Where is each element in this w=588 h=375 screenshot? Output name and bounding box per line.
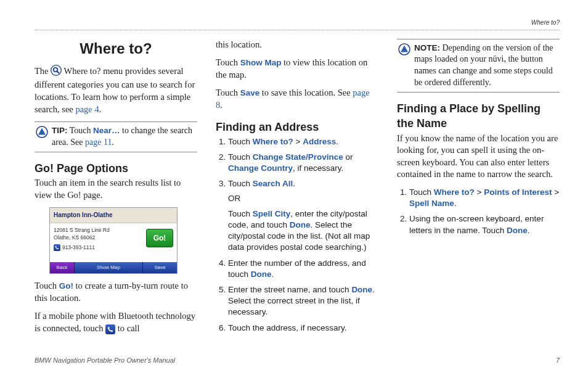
list-item: Enter the number of the address, and tou… bbox=[228, 258, 378, 280]
text: Touch bbox=[409, 188, 434, 197]
page-footer: BMW Navigation Portable Pro Owner's Manu… bbox=[35, 356, 560, 365]
text: to save this location. See bbox=[259, 88, 353, 97]
column-1: Where to? The Where to? menu provides se… bbox=[35, 39, 197, 341]
ds-addr2: Olathe, KS 66062 bbox=[54, 234, 110, 241]
done-link: Done bbox=[290, 220, 311, 229]
spell-name-heading: Finding a Place by Spelling the Name bbox=[397, 101, 560, 131]
device-screenshot: Hampton Inn-Olathe 12081 S Strang Line R… bbox=[49, 207, 178, 274]
search-all-link: Search All bbox=[253, 179, 293, 188]
column-3: NOTE: Depending on the version of the ma… bbox=[397, 39, 560, 341]
spell-name-link: Spell Name bbox=[409, 199, 454, 208]
show-map-paragraph: Touch Show Map to view this location on … bbox=[216, 57, 378, 81]
list-item: Touch Where to? > Address. bbox=[228, 136, 378, 147]
page-number: 7 bbox=[556, 356, 560, 365]
where-to-link: Where to? bbox=[434, 188, 475, 197]
text: Touch the address, if necessary. bbox=[228, 323, 347, 332]
svg-point-0 bbox=[51, 65, 62, 76]
save-link: Save bbox=[240, 88, 260, 97]
tip-label: TIP: bbox=[52, 126, 68, 135]
page-4-link[interactable]: page 4 bbox=[75, 104, 99, 114]
spell-city-link: Spell City bbox=[253, 209, 291, 218]
where-to-link: Where to? bbox=[253, 137, 293, 146]
show-map-link: Show Map bbox=[240, 58, 282, 67]
text: Touch bbox=[228, 209, 253, 218]
text: Touch bbox=[228, 152, 253, 162]
text: . bbox=[112, 138, 114, 147]
text: Touch bbox=[216, 88, 240, 97]
list-item: Touch Search All. OR Touch Spell City, e… bbox=[228, 178, 378, 253]
ds-phone-row: 913-393-1111 bbox=[54, 244, 110, 251]
text: > bbox=[552, 188, 559, 197]
go-instruction: Touch Go! to create a turn-by-turn route… bbox=[35, 280, 197, 304]
tip-box: TIP: Touch Near… to change the search ar… bbox=[35, 122, 197, 152]
text: . bbox=[99, 104, 102, 114]
continuation: this location. bbox=[216, 39, 378, 51]
done-link: Done bbox=[251, 270, 272, 279]
list-item: Touch Where to? > Points of Interest > S… bbox=[409, 187, 560, 209]
go-page-heading: Go! Page Options bbox=[35, 161, 197, 176]
phone-icon bbox=[54, 244, 60, 251]
show-map-button[interactable]: Show Map bbox=[75, 262, 143, 273]
bluetooth-paragraph: If a mobile phone with Bluetooth technol… bbox=[35, 310, 197, 334]
text: . bbox=[454, 199, 457, 208]
ds-body: 12081 S Strang Line Rd Olathe, KS 66062 … bbox=[50, 223, 177, 263]
ds-phone: 913-393-1111 bbox=[62, 244, 95, 251]
finding-address-heading: Finding an Address bbox=[216, 120, 378, 134]
ds-addr1: 12081 S Strang Line Rd bbox=[54, 226, 110, 234]
text: Enter the street name, and touch bbox=[228, 285, 351, 294]
text: Touch bbox=[68, 126, 94, 135]
text: The bbox=[35, 66, 51, 76]
list-item: Using the on-screen keyboard, enter lett… bbox=[409, 213, 560, 236]
note-box: NOTE: Depending on the version of the ma… bbox=[397, 39, 560, 93]
change-country-link: Change Country bbox=[228, 163, 293, 173]
magnifier-icon bbox=[51, 65, 62, 80]
address-steps-list: Touch Where to? > Address. Touch Change … bbox=[216, 136, 378, 334]
text: Touch bbox=[228, 137, 253, 146]
text: . bbox=[220, 100, 223, 110]
text: , if necessary. bbox=[293, 163, 343, 173]
text: Enter the number of the address, and tou… bbox=[228, 258, 366, 279]
section-label: Where to? bbox=[35, 19, 560, 27]
phone-icon bbox=[105, 324, 115, 334]
page: Where to? Where to? The Where to? menu p… bbox=[0, 0, 588, 360]
note-icon bbox=[398, 43, 410, 59]
tip-icon bbox=[36, 126, 48, 142]
go-button[interactable]: Go! bbox=[146, 229, 173, 247]
intro-paragraph: The Where to? menu provides several diff… bbox=[35, 65, 197, 115]
spell-city-text: Touch Spell City, enter the city/postal … bbox=[228, 208, 378, 253]
text: Touch bbox=[228, 179, 253, 188]
spell-name-paragraph: If you know the name of the location you… bbox=[397, 133, 560, 181]
save-paragraph: Touch Save to save this location. See pa… bbox=[216, 87, 378, 111]
footer-manual-title: BMW Navigation Portable Pro Owner's Manu… bbox=[35, 356, 175, 365]
ds-info: 12081 S Strang Line Rd Olathe, KS 66062 … bbox=[50, 223, 113, 263]
text: Touch bbox=[35, 281, 59, 291]
or-text: OR bbox=[228, 193, 378, 204]
text: or bbox=[343, 152, 353, 162]
page-11-link[interactable]: page 11 bbox=[85, 138, 112, 147]
list-item: Enter the street name, and touch Done. S… bbox=[228, 284, 378, 318]
go-link: Go! bbox=[59, 281, 73, 291]
spell-name-steps-list: Touch Where to? > Points of Interest > S… bbox=[397, 187, 560, 236]
text: . bbox=[272, 270, 274, 279]
done-link: Done bbox=[507, 226, 528, 235]
note-label: NOTE: bbox=[414, 43, 440, 52]
text: > bbox=[475, 188, 484, 197]
header-divider bbox=[35, 30, 560, 30]
text: > bbox=[293, 137, 303, 146]
list-item: Touch the address, if necessary. bbox=[228, 323, 378, 334]
save-button[interactable]: Save bbox=[143, 262, 177, 273]
text: . bbox=[293, 179, 295, 188]
text: Touch bbox=[216, 57, 240, 67]
ds-title: Hampton Inn-Olathe bbox=[50, 208, 177, 223]
go-page-paragraph: Touch an item in the search results list… bbox=[35, 177, 197, 201]
change-state-link: Change State/Province bbox=[253, 152, 343, 162]
done-link: Done bbox=[351, 285, 372, 294]
address-link: Address bbox=[303, 137, 336, 146]
text: . bbox=[528, 226, 530, 235]
note-text: NOTE: Depending on the version of the ma… bbox=[414, 43, 558, 89]
list-item: Touch Change State/Province or Change Co… bbox=[228, 152, 378, 174]
content-columns: Where to? The Where to? menu provides se… bbox=[35, 39, 560, 341]
near-link: Near… bbox=[93, 126, 120, 135]
ds-bottom-bar: Back Show Map Save bbox=[50, 262, 177, 273]
back-button[interactable]: Back bbox=[50, 262, 75, 273]
